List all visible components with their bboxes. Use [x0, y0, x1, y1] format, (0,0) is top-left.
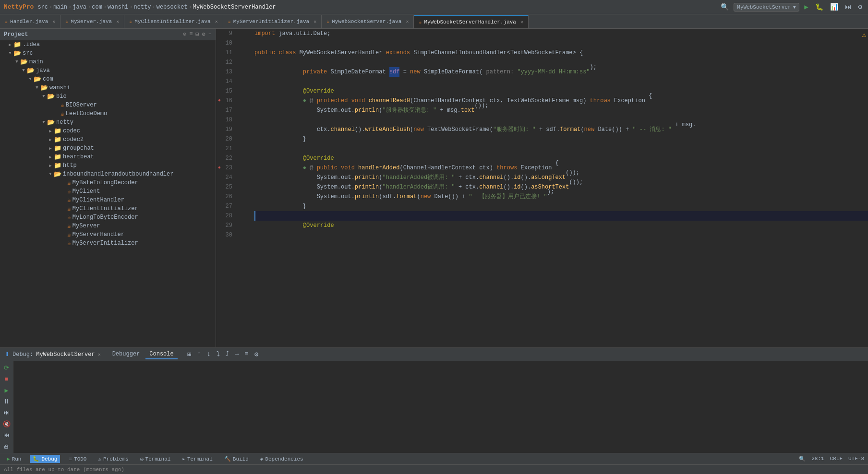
- tree-item-MyClientHandler[interactable]: ☕ MyClientHandler: [0, 196, 216, 204]
- debug-stop-btn[interactable]: ■: [4, 375, 10, 384]
- debug-pause-btn[interactable]: ⏸: [2, 397, 11, 406]
- code-line-9: import java.util.Date;: [254, 29, 868, 38]
- debug-settings-btn[interactable]: ⚙: [253, 349, 260, 359]
- tree-item-codec[interactable]: ▶ 📁 codec: [0, 127, 216, 135]
- tab-mywebsocketserverhandler[interactable]: ☕ MyWebSocketServerHandler.java ✕: [414, 15, 529, 28]
- tree-item-MyServerInitializer[interactable]: ☕ MyServerInitializer: [0, 239, 216, 248]
- debug-toolbar: Debugger Console: [108, 350, 178, 359]
- debug-restart-btn[interactable]: ⟳: [3, 363, 10, 373]
- search-everywhere-icon[interactable]: 🔍: [719, 2, 731, 12]
- debug-step-over-btn[interactable]: ↓: [205, 349, 213, 359]
- debug-step-btn[interactable]: ⏭: [2, 408, 11, 417]
- tree-item-groupchat[interactable]: ▶ 📁 groupchat: [0, 144, 216, 153]
- tree-item-java[interactable]: ▼ 📂 java: [0, 66, 216, 75]
- status-bar: ▶ Run 🐛 Debug ≡ TODO ⚠ Problems ◎ Termin…: [0, 453, 868, 464]
- debug-layout-btn[interactable]: ⊞: [185, 349, 193, 359]
- code-line-20: }: [254, 134, 868, 144]
- tree-item-BIOServer[interactable]: ☕ BIOServer: [0, 101, 216, 109]
- profiler-btn-status[interactable]: ◎ Terminal: [137, 455, 173, 463]
- tree-item-MyBateToLongDecoder[interactable]: ☕ MyBateToLongDecoder: [0, 178, 216, 187]
- tree-item-MyLongToByteEncoder[interactable]: ☕ MyLongToByteEncoder: [0, 213, 216, 222]
- folder-icon-java: 📂: [27, 67, 35, 74]
- tree-item-http[interactable]: ▶ 📁 http: [0, 161, 216, 170]
- profiler-icon-status: ◎: [140, 456, 144, 462]
- debug-button[interactable]: 🐛: [813, 2, 825, 12]
- tab-handler[interactable]: ☕ Handler.java ✕: [0, 15, 60, 28]
- ln-9: 9: [216, 29, 236, 38]
- encoding-label[interactable]: UTF-8: [848, 456, 864, 462]
- tree-item-MyClient[interactable]: ☕ MyClient: [0, 187, 216, 196]
- tree-item-codec2[interactable]: ▶ 📁 codec2: [0, 135, 216, 144]
- ln-17: 17: [216, 106, 236, 115]
- debug-title: ⏸ Debug: MyWebSocketServer ✕: [4, 351, 101, 358]
- tree-item-wanshi[interactable]: ▼ 📂 wanshi: [0, 83, 216, 92]
- tab-myserverinitializer[interactable]: ☕ MyServerInitializer.java ✕: [223, 15, 322, 28]
- search-status-icon[interactable]: 🔍: [799, 456, 806, 462]
- debug-evaluate-btn[interactable]: ≡: [242, 349, 250, 359]
- tab-myclientinitializer[interactable]: ☕ MyClientInitializer.java ✕: [124, 15, 223, 28]
- run-button[interactable]: ▶: [802, 2, 810, 12]
- tree-item-heartbeat[interactable]: ▶ 📁 heartbeat: [0, 153, 216, 161]
- tab-myserver[interactable]: ☕ MyServer.java ✕: [60, 15, 124, 28]
- debug-step-into-btn[interactable]: ⤵: [215, 349, 222, 359]
- sidebar-scroll-to-btn[interactable]: ⊙: [183, 31, 186, 38]
- java-file-icon-bioserver: ☕: [60, 101, 64, 109]
- debug-prev-btn[interactable]: ⏮: [2, 431, 11, 440]
- editor-wrapper[interactable]: 9 10 11 12 13 14 15 16 17 18 19 20 21 22…: [216, 29, 868, 347]
- debug-resume-btn[interactable]: ▶: [4, 386, 10, 395]
- debug-up-btn[interactable]: ↑: [195, 349, 203, 359]
- code-line-23: ● @ public void handlerAdded(ChannelHand…: [254, 163, 868, 173]
- tree-label-groupchat: groupchat: [63, 145, 94, 152]
- tab-close-handler[interactable]: ✕: [52, 19, 55, 24]
- debug-run-to-cursor-btn[interactable]: →: [233, 349, 241, 359]
- tab-close-mywebsocketserver[interactable]: ✕: [406, 19, 409, 24]
- tab-close-myclientinitializer[interactable]: ✕: [215, 19, 218, 24]
- tab-label-myclientinitializer: MyClientInitializer.java: [134, 19, 210, 24]
- debug-print-btn[interactable]: 🖨: [2, 442, 11, 451]
- tab-close-myserver[interactable]: ✕: [116, 19, 119, 24]
- problems-btn-status[interactable]: ⚠ Problems: [95, 455, 131, 463]
- ln-13: 13: [216, 67, 236, 77]
- tree-item-idea[interactable]: ▶ 📁 .idea: [0, 40, 216, 49]
- tree-arrow-heartbeat: ▶: [47, 154, 54, 160]
- sidebar-header: Project ⊙ ≡ ⊟ ⚙ –: [0, 29, 216, 40]
- sidebar-collapse-btn[interactable]: ⊟: [195, 31, 199, 38]
- tree-item-com[interactable]: ▼ 📂 com: [0, 75, 216, 83]
- debug-tab-debugger[interactable]: Debugger: [108, 350, 144, 359]
- more-run-actions[interactable]: ⏭: [843, 2, 854, 12]
- coverage-button[interactable]: 📊: [828, 2, 840, 12]
- debug-tab-console[interactable]: Console: [145, 350, 177, 359]
- debug-btn-status[interactable]: 🐛 Debug: [30, 455, 60, 463]
- tree-item-MyServer[interactable]: ☕ MyServer: [0, 222, 216, 230]
- run-config-selector[interactable]: MyWebSocketServer ▼: [734, 3, 799, 12]
- sidebar-hide-btn[interactable]: –: [208, 31, 212, 38]
- tab-close-mywebsocketserverhandler[interactable]: ✕: [520, 19, 523, 25]
- tree-item-MyServerHandler[interactable]: ☕ MyServerHandler: [0, 230, 216, 239]
- debug-close-btn[interactable]: ✕: [98, 352, 101, 357]
- tree-item-src[interactable]: ▼ 📂 src: [0, 49, 216, 58]
- todo-btn-status[interactable]: ≡ TODO: [66, 455, 89, 463]
- tree-item-MyClientInitializer[interactable]: ☕ MyClientInitializer: [0, 204, 216, 213]
- debug-mute-btn[interactable]: 🔇: [2, 419, 12, 429]
- tree-arrow-codec2: ▶: [47, 137, 54, 142]
- tree-item-LeetCodeDemo[interactable]: ☕ LeetCodeDemo: [0, 109, 216, 118]
- tree-item-inbound[interactable]: ▼ 📂 inboundhandlerandoutboundhandler: [0, 170, 216, 178]
- run-btn-status[interactable]: ▶ Run: [4, 455, 24, 463]
- tree-item-netty[interactable]: ▼ 📂 netty: [0, 118, 216, 127]
- sidebar-expand-btn[interactable]: ≡: [189, 31, 193, 38]
- settings-icon[interactable]: ⚙: [856, 2, 864, 12]
- build-btn-status[interactable]: 🔨 Build: [221, 455, 252, 463]
- java-icon: ☕: [326, 19, 329, 24]
- sidebar-settings-btn[interactable]: ⚙: [202, 31, 205, 38]
- tab-close-myserverinitializer[interactable]: ✕: [313, 19, 316, 24]
- tab-mywebsocketserver[interactable]: ☕ MyWebSocketServer.java ✕: [322, 15, 414, 28]
- cursor-position[interactable]: 28:1: [811, 456, 824, 462]
- debug-step-out-btn[interactable]: ⤴: [224, 349, 231, 359]
- tree-item-main[interactable]: ▼ 📂 main: [0, 58, 216, 66]
- tree-item-bio[interactable]: ▼ 📂 bio: [0, 92, 216, 101]
- line-endings[interactable]: CRLF: [830, 456, 843, 462]
- code-content[interactable]: import java.util.Date; public class MyWe…: [250, 29, 868, 347]
- tree-label-java: java: [36, 67, 50, 74]
- terminal-btn-status[interactable]: ▸ Terminal: [179, 455, 215, 463]
- dependencies-btn-status[interactable]: ◈ Dependencies: [257, 455, 306, 463]
